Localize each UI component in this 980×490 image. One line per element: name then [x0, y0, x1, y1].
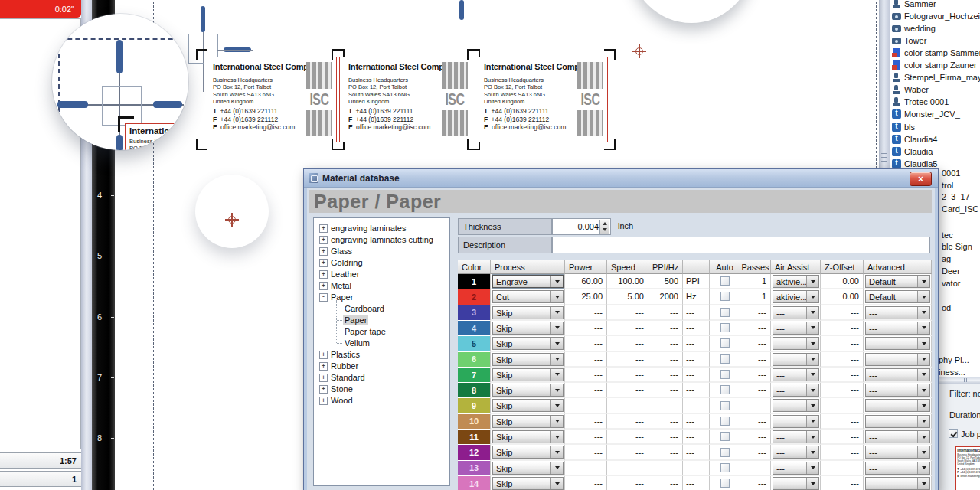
chevron-down-icon[interactable] — [550, 291, 563, 302]
z-offset-cell[interactable]: --- — [821, 414, 864, 430]
thickness-field[interactable]: 0.004 — [552, 218, 611, 235]
job-list-item[interactable]: color stamp Sammer — [890, 47, 980, 59]
passes-cell[interactable]: --- — [740, 461, 771, 476]
dropdown[interactable]: --- — [865, 399, 930, 412]
speed-cell[interactable]: --- — [607, 445, 648, 460]
passes-cell[interactable]: --- — [740, 398, 771, 413]
ppi-hz-cell[interactable]: --- — [648, 414, 683, 430]
speed-cell[interactable]: --- — [607, 321, 648, 336]
passes-cell[interactable]: --- — [740, 414, 771, 430]
power-cell[interactable]: --- — [565, 414, 607, 430]
job-list-item[interactable]: Tower — [890, 34, 980, 47]
chevron-down-icon[interactable] — [917, 338, 929, 349]
chevron-down-icon[interactable] — [806, 416, 818, 427]
z-offset-cell[interactable]: --- — [821, 352, 864, 368]
passes-cell[interactable]: --- — [740, 430, 771, 445]
chevron-down-icon[interactable] — [550, 384, 563, 396]
color-swatch[interactable]: 13 — [458, 461, 491, 476]
job-list-item[interactable]: Monster_JCV_ — [890, 108, 980, 120]
color-swatch[interactable]: 12 — [458, 445, 491, 460]
chevron-down-icon[interactable] — [917, 400, 929, 411]
power-cell[interactable]: --- — [565, 368, 607, 383]
speed-cell[interactable]: --- — [607, 305, 648, 321]
chevron-down-icon[interactable] — [806, 462, 818, 474]
dropdown[interactable]: --- — [773, 430, 819, 443]
dropdown[interactable]: Skip — [492, 337, 564, 350]
chevron-down-icon[interactable] — [550, 307, 563, 318]
color-swatch[interactable]: 2 — [458, 289, 491, 305]
power-cell[interactable]: --- — [565, 430, 607, 445]
power-cell[interactable]: --- — [565, 461, 607, 476]
speed-cell[interactable]: --- — [607, 430, 648, 445]
dropdown[interactable]: --- — [773, 353, 819, 366]
chevron-down-icon[interactable] — [806, 369, 818, 381]
dropdown[interactable]: --- — [865, 446, 930, 459]
job-list-item-partial[interactable]: vator — [942, 279, 960, 288]
chevron-down-icon[interactable] — [550, 369, 563, 381]
ppi-hz-cell[interactable]: --- — [648, 445, 683, 460]
chevron-down-icon[interactable] — [917, 354, 929, 365]
chevron-down-icon[interactable] — [917, 307, 929, 318]
job-preview-thumbnail[interactable]: International Steel CompanyBusiness Head… — [955, 446, 980, 490]
ppi-hz-cell[interactable]: --- — [648, 368, 683, 383]
chevron-down-icon[interactable] — [917, 291, 929, 302]
speed-cell[interactable]: --- — [607, 368, 648, 383]
auto-checkbox[interactable] — [720, 354, 730, 364]
expand-icon[interactable]: + — [319, 224, 328, 233]
ppi-hz-cell[interactable]: --- — [648, 430, 683, 445]
chevron-down-icon[interactable] — [917, 369, 929, 381]
color-swatch[interactable]: 10 — [458, 414, 491, 430]
dropdown[interactable]: Cut — [492, 290, 564, 303]
job-list-item-partial[interactable]: trol — [942, 181, 953, 190]
passes-cell[interactable]: --- — [740, 476, 771, 490]
dialog-titlebar[interactable]: Material database — [304, 169, 938, 188]
job-list-item[interactable]: bls — [890, 121, 980, 133]
job-list-item-partial[interactable]: od — [942, 303, 951, 312]
speed-cell[interactable]: --- — [607, 476, 648, 490]
dropdown[interactable]: --- — [773, 462, 819, 475]
z-offset-cell[interactable]: --- — [821, 336, 864, 351]
auto-checkbox[interactable] — [720, 479, 730, 488]
tree-item-leather[interactable]: +Leather — [314, 269, 448, 279]
dropdown[interactable]: Default — [865, 290, 930, 303]
auto-checkbox[interactable] — [720, 308, 730, 317]
job-list-item-partial[interactable]: ag — [942, 254, 951, 263]
expand-icon[interactable]: + — [319, 362, 328, 371]
chevron-down-icon[interactable] — [550, 446, 563, 458]
chevron-down-icon[interactable] — [917, 322, 929, 334]
tree-item-standard[interactable]: +Standard — [314, 372, 448, 383]
job-list-item[interactable]: color stamp Zauner — [890, 59, 980, 71]
dropdown[interactable]: --- — [773, 399, 819, 412]
auto-checkbox[interactable] — [720, 416, 730, 426]
close-icon[interactable]: × — [910, 172, 932, 186]
dropdown[interactable]: Skip — [492, 430, 564, 443]
chevron-down-icon[interactable] — [550, 462, 563, 474]
power-cell[interactable]: --- — [565, 352, 607, 368]
color-swatch[interactable]: 1 — [458, 274, 491, 289]
job-list-item[interactable]: wedding — [890, 22, 980, 34]
chevron-down-icon[interactable] — [917, 446, 929, 458]
passes-cell[interactable]: --- — [740, 368, 771, 383]
speed-cell[interactable]: --- — [607, 398, 648, 413]
z-offset-cell[interactable]: --- — [821, 305, 864, 321]
dropdown[interactable]: --- — [865, 415, 930, 428]
chevron-down-icon[interactable] — [806, 354, 818, 365]
expand-icon[interactable]: + — [319, 259, 328, 267]
chevron-down-icon[interactable] — [917, 478, 929, 489]
chevron-down-icon[interactable] — [806, 478, 818, 489]
chevron-down-icon[interactable] — [550, 416, 563, 427]
expand-icon[interactable]: + — [319, 247, 328, 256]
dropdown[interactable]: --- — [773, 306, 819, 319]
dropdown[interactable]: Skip — [492, 399, 564, 412]
dropdown[interactable]: Skip — [492, 415, 564, 428]
job-list-item-partial[interactable]: 0001 — [942, 168, 960, 178]
passes-cell[interactable]: --- — [740, 383, 771, 398]
expand-icon[interactable]: + — [319, 236, 328, 244]
z-offset-cell[interactable]: 0.00 — [821, 289, 864, 305]
speed-cell[interactable]: --- — [607, 414, 648, 430]
chevron-down-icon[interactable] — [550, 354, 563, 365]
chevron-down-icon[interactable] — [806, 400, 818, 411]
z-offset-cell[interactable]: --- — [821, 368, 864, 383]
power-cell[interactable]: 25.00 — [565, 289, 607, 305]
passes-cell[interactable]: --- — [740, 336, 771, 351]
